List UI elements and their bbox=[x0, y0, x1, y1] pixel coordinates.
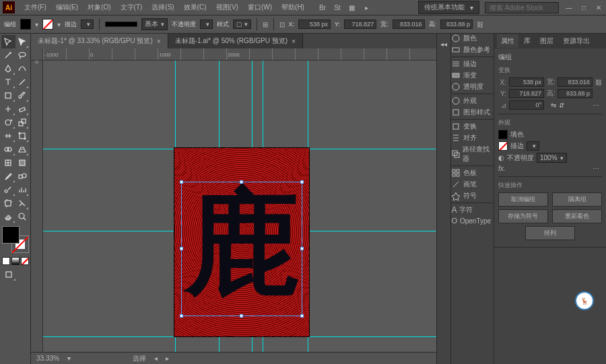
more-options-icon[interactable]: ⋯ bbox=[590, 165, 602, 172]
fx-label[interactable]: fx. bbox=[498, 165, 506, 172]
blend-tool[interactable] bbox=[15, 170, 30, 183]
panel-gradient[interactable]: 渐变 bbox=[451, 71, 494, 80]
none-mode[interactable] bbox=[21, 257, 29, 265]
flip-v-icon[interactable]: ⇵ bbox=[559, 102, 564, 109]
prop-fill-swatch[interactable] bbox=[498, 130, 508, 139]
doc-tab-2[interactable]: 未标题-1.ai* @ 50% (RGB/GPU 预览)× bbox=[168, 34, 303, 48]
column-graph-tool[interactable] bbox=[15, 183, 30, 196]
stock-icon[interactable]: St bbox=[333, 3, 342, 12]
ruler-vertical[interactable]: 0 bbox=[31, 61, 43, 352]
gradient-mode[interactable] bbox=[11, 257, 20, 265]
canvas[interactable]: -1000010002000 0 鹿 bbox=[31, 48, 436, 352]
menu-file[interactable]: 文件(F) bbox=[20, 1, 50, 14]
scale-tool[interactable] bbox=[15, 116, 30, 129]
window-minimize[interactable]: — bbox=[564, 3, 574, 12]
arrange-icon[interactable]: ▦ bbox=[347, 3, 357, 12]
flip-h-icon[interactable]: ⇋ bbox=[551, 102, 556, 109]
prop-rotate-input[interactable] bbox=[509, 100, 544, 110]
artboard-tool[interactable] bbox=[1, 196, 15, 210]
prop-y-input[interactable] bbox=[509, 89, 544, 98]
transform-icon[interactable]: ⊡ bbox=[279, 21, 285, 28]
opacity-input[interactable]: ▾ bbox=[200, 20, 213, 29]
doc-tab-1[interactable]: 未标题-1* @ 33.33% (RGB/GPU 预览)× bbox=[31, 34, 168, 48]
panel-color[interactable]: 颜色 bbox=[451, 34, 494, 43]
panel-stroke[interactable]: 描边 bbox=[451, 59, 494, 69]
tab-properties[interactable]: 属性 bbox=[497, 34, 518, 48]
paintbrush-tool[interactable] bbox=[15, 89, 30, 102]
prop-stroke-weight[interactable]: ▾ bbox=[527, 141, 539, 151]
panel-transform[interactable]: 变换 bbox=[451, 122, 494, 131]
perspective-grid-tool[interactable] bbox=[15, 143, 30, 156]
expand-dock-icon[interactable]: ◂◂ bbox=[437, 36, 450, 52]
close-icon[interactable]: × bbox=[157, 38, 161, 45]
gradient-tool[interactable] bbox=[15, 156, 30, 170]
style-dropdown[interactable]: ▢ ▾ bbox=[233, 20, 251, 29]
fill-stroke-control[interactable] bbox=[2, 226, 29, 253]
chevron-down-icon[interactable]: ▾ bbox=[57, 21, 61, 28]
more-options-icon[interactable]: ⋯ bbox=[590, 102, 602, 109]
brush-def-dropdown[interactable]: 基本 ▾ bbox=[141, 18, 168, 30]
panel-graphic-styles[interactable]: 图形样式 bbox=[451, 108, 494, 117]
window-maximize[interactable]: □ bbox=[579, 3, 588, 12]
zoom-tool[interactable] bbox=[15, 210, 30, 223]
stroke-swatch[interactable] bbox=[42, 19, 53, 30]
panel-color-guide[interactable]: 颜色参考 bbox=[451, 45, 494, 54]
save-symbol-button[interactable]: 存储为符号 bbox=[498, 209, 548, 223]
menu-help[interactable]: 帮助(H) bbox=[277, 1, 308, 14]
tab-asset-export[interactable]: 资源导出 bbox=[559, 34, 594, 48]
ruler-horizontal[interactable]: -1000010002000 bbox=[43, 48, 436, 61]
panel-appearance[interactable]: 外观 bbox=[451, 96, 494, 106]
isolate-button[interactable]: 隔离组 bbox=[552, 192, 602, 207]
shape-builder-tool[interactable] bbox=[1, 143, 15, 156]
line-tool[interactable] bbox=[15, 75, 30, 89]
rotate-tool[interactable] bbox=[1, 116, 15, 129]
menu-select[interactable]: 选择(S) bbox=[147, 1, 178, 14]
align-icon[interactable]: ⊞ bbox=[263, 21, 268, 28]
width-tool[interactable] bbox=[1, 129, 15, 143]
arrange-button[interactable]: 排列 bbox=[525, 226, 575, 240]
menu-effect[interactable]: 效果(C) bbox=[180, 1, 211, 14]
curvature-tool[interactable] bbox=[15, 62, 30, 75]
pen-tool[interactable] bbox=[1, 62, 15, 75]
color-mode[interactable] bbox=[2, 257, 10, 265]
fill-color[interactable] bbox=[2, 226, 20, 244]
free-transform-tool[interactable] bbox=[15, 129, 30, 143]
panel-opentype[interactable]: OOpenType bbox=[451, 217, 494, 225]
symbol-sprayer-tool[interactable] bbox=[1, 183, 15, 196]
slice-tool[interactable] bbox=[15, 196, 30, 210]
coord-y-input[interactable] bbox=[344, 20, 376, 29]
mesh-tool[interactable] bbox=[1, 156, 15, 170]
prop-w-input[interactable] bbox=[558, 77, 593, 87]
menu-window[interactable]: 窗口(W) bbox=[244, 1, 276, 14]
menu-object[interactable]: 对象(O) bbox=[83, 1, 114, 14]
type-tool[interactable] bbox=[1, 75, 15, 89]
rectangle-tool[interactable] bbox=[1, 89, 15, 102]
ruler-origin[interactable] bbox=[31, 48, 43, 61]
chevron-down-icon[interactable]: ▾ bbox=[67, 355, 71, 362]
window-close[interactable]: ✕ bbox=[594, 3, 603, 12]
nav-prev-icon[interactable]: ◂ bbox=[154, 355, 158, 362]
chevron-down-icon[interactable]: ▾ bbox=[35, 21, 38, 28]
prop-x-input[interactable] bbox=[509, 77, 544, 87]
menu-view[interactable]: 视图(V) bbox=[212, 1, 242, 14]
shaper-tool[interactable] bbox=[1, 102, 15, 116]
ungroup-button[interactable]: 取消编组 bbox=[498, 192, 548, 207]
brush-preview[interactable] bbox=[105, 22, 137, 27]
coord-x-input[interactable] bbox=[298, 20, 331, 29]
magic-wand-tool[interactable] bbox=[1, 48, 15, 62]
link-wh-icon[interactable]: ⛓ bbox=[477, 21, 483, 28]
link-wh-icon[interactable]: ⛓ bbox=[595, 79, 602, 86]
menu-edit[interactable]: 编辑(E) bbox=[52, 1, 82, 14]
prop-stroke-swatch[interactable] bbox=[498, 141, 508, 151]
lasso-tool[interactable] bbox=[15, 48, 30, 62]
panel-character[interactable]: A字符 bbox=[451, 205, 494, 215]
selection-tool[interactable] bbox=[1, 35, 15, 48]
prop-h-input[interactable] bbox=[558, 89, 593, 98]
bridge-icon[interactable]: Br bbox=[318, 3, 327, 12]
eraser-tool[interactable] bbox=[15, 102, 30, 116]
panel-transparency[interactable]: 透明度 bbox=[451, 82, 494, 92]
prop-opacity-input[interactable]: 100%▾ bbox=[537, 153, 567, 163]
panel-swatches[interactable]: 色板 bbox=[451, 168, 494, 178]
nav-next-icon[interactable]: ▸ bbox=[166, 355, 169, 362]
gpu-icon[interactable]: ▸ bbox=[362, 3, 372, 12]
